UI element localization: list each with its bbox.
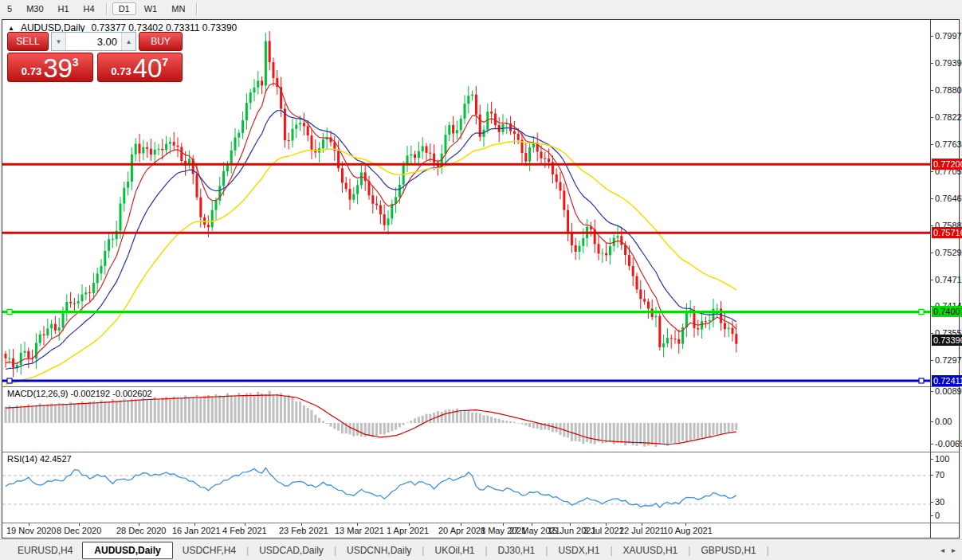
chart-tab-usdchf[interactable]: USDCHF,H4 bbox=[173, 542, 245, 559]
support-hline-074007-handle[interactable] bbox=[7, 309, 12, 314]
toolbar-separator bbox=[106, 3, 108, 15]
date-axis-label: 1 Apr 2021 bbox=[387, 526, 429, 535]
timeframe-toolbar: 5M30H1H4D1W1MN bbox=[0, 0, 962, 18]
lower-hline-072411-handle[interactable] bbox=[7, 378, 12, 383]
price-axis[interactable]: 0.799750.793900.788050.782200.776350.770… bbox=[930, 20, 960, 538]
indicator-axis-label: 30 bbox=[935, 497, 944, 507]
tab-separator: | bbox=[334, 545, 336, 556]
date-axis-label: 8 Dec 2020 bbox=[57, 526, 101, 535]
sell-price-pip: 3 bbox=[73, 56, 79, 69]
buy-price-pip: 7 bbox=[162, 56, 168, 69]
price-axis-tick bbox=[931, 225, 933, 226]
buy-price-big: 40 bbox=[133, 56, 163, 80]
rsi-chart bbox=[2, 452, 930, 523]
candles bbox=[5, 31, 738, 377]
chart-tab-usdx[interactable]: USDX,H1 bbox=[548, 542, 609, 559]
tab-scroll-right-icon[interactable]: ▸ bbox=[952, 546, 956, 554]
timeframe-button-h1[interactable]: H1 bbox=[52, 2, 76, 15]
chart-window: ▲ AUDUSD,Daily 0.73377 0.73402 0.73311 0… bbox=[2, 19, 960, 538]
chart-tab-usdcnh[interactable]: USDCNH,Daily bbox=[337, 542, 421, 559]
price-axis-tick bbox=[931, 280, 933, 280]
volume-stepper: ▼ 3.00 ▲ bbox=[51, 32, 136, 51]
tab-separator: | bbox=[485, 545, 487, 556]
ma-slow-yellow-line bbox=[6, 141, 736, 385]
date-axis[interactable]: 19 Nov 20208 Dec 202028 Dec 202016 Jan 2… bbox=[2, 523, 959, 538]
rsi-indicator-panel[interactable]: RSI(14) 42.4527 bbox=[2, 452, 959, 523]
tab-scroll-left-icon[interactable]: ◂ bbox=[940, 546, 944, 554]
chart-tab-list: EURUSD,H4AUDUSD,DailyUSDCHF,H4|USDCAD,Da… bbox=[8, 542, 770, 559]
date-axis-label: 16 Jan 2021 bbox=[172, 526, 221, 535]
one-click-trade-widget: SELL ▼ 3.00 ▲ BUY 0.73393 0.73407 bbox=[7, 32, 183, 82]
timeframe-button-h4[interactable]: H4 bbox=[77, 2, 101, 15]
price-axis-tick bbox=[931, 90, 933, 91]
tab-separator: | bbox=[422, 545, 424, 556]
timeframe-button-5[interactable]: 5 bbox=[1, 2, 18, 15]
price-axis-label: 0.79975 bbox=[935, 31, 962, 41]
tab-separator: | bbox=[610, 545, 612, 556]
rsi-label: RSI(14) 42.4527 bbox=[7, 454, 72, 464]
timeframe-button-mn[interactable]: MN bbox=[165, 2, 191, 15]
indicator-axis-tick bbox=[931, 444, 933, 444]
timeframe-button-w1[interactable]: W1 bbox=[138, 2, 164, 15]
indicator-axis-tick bbox=[931, 475, 933, 476]
chart-tab-gbpusd[interactable]: GBPUSD,H1 bbox=[691, 542, 765, 559]
ma-mid-blue-line bbox=[6, 111, 736, 370]
indicator-axis-tick bbox=[931, 459, 933, 460]
chart-tab-audusd[interactable]: AUDUSD,Daily bbox=[82, 542, 172, 559]
indicator-axis-label: 0.00 bbox=[935, 417, 952, 426]
sell-button[interactable]: SELL bbox=[7, 32, 49, 51]
price-axis-label: 0.78220 bbox=[935, 112, 962, 122]
resistance-line-badge-1: 0.77200 bbox=[932, 159, 962, 170]
date-axis-label: 28 Dec 2020 bbox=[116, 526, 166, 535]
sell-price-big: 39 bbox=[43, 56, 73, 80]
indicator-axis-tick bbox=[931, 391, 933, 392]
chart-tab-dj30[interactable]: DJ30,H1 bbox=[489, 542, 545, 559]
lower-hline-072411-handle[interactable] bbox=[919, 378, 924, 383]
volume-decrease-icon[interactable]: ▼ bbox=[52, 33, 66, 50]
chart-tab-xauusd[interactable]: XAUUSD,H1 bbox=[614, 542, 688, 559]
tab-separator: | bbox=[545, 545, 548, 556]
price-axis-label: 0.77635 bbox=[935, 139, 962, 149]
volume-increase-icon[interactable]: ▲ bbox=[121, 33, 135, 50]
price-axis-label: 0.76465 bbox=[935, 194, 962, 203]
date-axis-label: 22 Jul 2021 bbox=[619, 526, 665, 535]
chart-tab-eurusd[interactable]: EURUSD,H4 bbox=[8, 542, 82, 559]
price-axis-tick bbox=[931, 171, 933, 172]
price-axis-label: 0.74710 bbox=[935, 275, 962, 284]
buy-price-box[interactable]: 0.73407 bbox=[97, 53, 183, 82]
indicator-axis-label: 0.008903 bbox=[935, 386, 962, 396]
rsi-line bbox=[6, 468, 736, 507]
price-axis-tick bbox=[931, 333, 933, 334]
resistance-line-badge-2: 0.75716 bbox=[932, 227, 962, 238]
tab-scroll-arrows: ◂ ▸ bbox=[940, 546, 956, 554]
price-axis-tick bbox=[931, 253, 933, 253]
macd-label: MACD(12,26,9) -0.002192 -0.002602 bbox=[7, 389, 152, 398]
sell-price-box[interactable]: 0.73393 bbox=[7, 53, 93, 82]
buy-button[interactable]: BUY bbox=[139, 32, 183, 51]
timeframe-button-d1[interactable]: D1 bbox=[112, 2, 136, 15]
lower-line-badge: 0.72411 bbox=[932, 375, 962, 386]
timeframe-button-m30[interactable]: M30 bbox=[20, 2, 49, 15]
collapse-icon[interactable]: ▲ bbox=[8, 25, 14, 32]
chart-tab-ukoil[interactable]: UKOil,H1 bbox=[425, 542, 484, 559]
terminal-window: 5M30H1H4D1W1MN ▲ AUDUSD,Daily 0.73377 0.… bbox=[0, 0, 962, 560]
macd-indicator-panel[interactable]: MACD(12,26,9) -0.002192 -0.002602 bbox=[2, 386, 959, 452]
tab-separator: | bbox=[246, 545, 249, 556]
date-axis-label: 23 Feb 2021 bbox=[279, 526, 328, 535]
price-axis-label: 0.75295 bbox=[935, 248, 962, 257]
price-axis-tick bbox=[931, 144, 933, 145]
indicator-axis-label: 100 bbox=[935, 454, 949, 464]
price-chart-panel[interactable]: ▲ AUDUSD,Daily 0.73377 0.73402 0.73311 0… bbox=[2, 20, 959, 386]
volume-input[interactable]: 3.00 bbox=[66, 33, 121, 50]
support-line-badge: 0.74007 bbox=[932, 306, 962, 317]
price-axis-label: 0.79390 bbox=[935, 58, 962, 68]
indicator-axis-tick bbox=[931, 502, 933, 503]
toolbar-separator bbox=[196, 3, 198, 15]
current-price-badge: 0.73390 bbox=[932, 335, 962, 346]
indicator-axis-label: -0.006977 bbox=[935, 439, 962, 448]
price-axis-label: 0.78805 bbox=[935, 85, 962, 95]
sell-price-prefix: 0.73 bbox=[22, 65, 41, 77]
support-hline-074007-handle[interactable] bbox=[919, 309, 924, 314]
buy-price-prefix: 0.73 bbox=[111, 65, 131, 77]
chart-tab-usdcad[interactable]: USDCAD,Daily bbox=[249, 542, 333, 559]
